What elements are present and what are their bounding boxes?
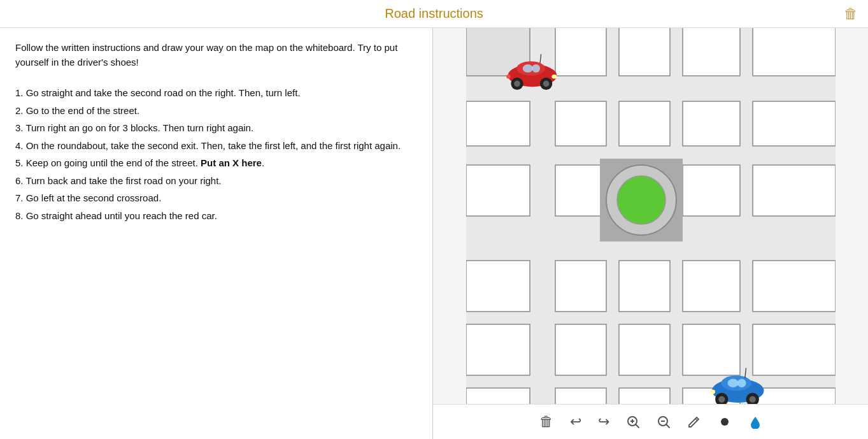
svg-rect-21 — [683, 261, 740, 312]
svg-rect-19 — [555, 261, 606, 312]
instructions-list: 1. Go straight and take the second road … — [15, 85, 417, 224]
svg-rect-22 — [753, 261, 836, 312]
svg-point-36 — [522, 64, 532, 73]
svg-rect-30 — [619, 388, 670, 404]
svg-line-60 — [666, 425, 669, 428]
svg-rect-2 — [555, 28, 606, 76]
svg-rect-12 — [555, 165, 606, 216]
svg-rect-29 — [555, 388, 606, 404]
list-item: 3. Turn right an go on for 3 blocks. The… — [15, 120, 417, 136]
svg-rect-6 — [466, 101, 530, 146]
svg-rect-11 — [466, 165, 530, 216]
svg-rect-9 — [683, 101, 740, 146]
list-item: 4. On the roundabout, take the second ex… — [15, 138, 417, 154]
svg-point-41 — [543, 81, 549, 87]
svg-rect-4 — [683, 28, 740, 76]
svg-rect-7 — [555, 101, 606, 146]
svg-rect-27 — [753, 324, 836, 375]
svg-rect-18 — [466, 261, 530, 312]
svg-point-42 — [551, 75, 557, 78]
map-panel: 🗑 ↩ ↪ — [433, 28, 868, 439]
list-item: 5. Keep on going until the end of the st… — [15, 155, 417, 171]
svg-point-48 — [737, 379, 746, 388]
page-title: Road instructions — [385, 6, 483, 21]
bold-instruction: Put an X here — [201, 157, 262, 168]
svg-point-43 — [506, 75, 510, 78]
list-item: 2. Go to the end of the street. — [15, 103, 417, 119]
svg-rect-24 — [555, 324, 606, 375]
svg-rect-13 — [683, 165, 740, 216]
drop-button[interactable] — [746, 412, 765, 431]
svg-rect-10 — [753, 101, 836, 146]
svg-rect-25 — [619, 324, 670, 375]
header: Road instructions 🗑 — [0, 0, 868, 28]
svg-rect-14 — [753, 165, 836, 216]
svg-rect-8 — [619, 101, 670, 146]
list-item: 6. Turn back and take the first road on … — [15, 173, 417, 189]
svg-line-56 — [636, 425, 639, 428]
svg-point-50 — [718, 396, 725, 403]
redo-button[interactable]: ↪ — [595, 411, 612, 433]
svg-line-62 — [695, 419, 697, 421]
svg-point-47 — [727, 379, 738, 388]
svg-rect-3 — [619, 28, 670, 76]
trash-button[interactable]: 🗑 — [537, 411, 556, 433]
instructions-panel: Follow the written instructions and draw… — [0, 28, 433, 439]
list-item: 7. Go left at the second crossroad. — [15, 190, 417, 206]
svg-point-63 — [721, 418, 729, 426]
zoom-out-button[interactable] — [654, 412, 673, 431]
svg-point-39 — [514, 81, 520, 87]
svg-point-17 — [617, 176, 665, 224]
svg-rect-23 — [466, 324, 530, 375]
map-area[interactable] — [433, 28, 868, 404]
zoom-in-button[interactable] — [623, 412, 643, 431]
svg-rect-32 — [753, 388, 836, 404]
undo-button[interactable]: ↩ — [567, 411, 584, 433]
intro-text: Follow the written instructions and draw… — [15, 41, 417, 69]
road-map[interactable] — [466, 28, 836, 404]
svg-point-52 — [749, 396, 755, 403]
pencil-button[interactable] — [685, 412, 704, 431]
svg-point-53 — [709, 390, 715, 394]
svg-point-37 — [532, 64, 540, 73]
list-item: 8. Go straight ahead until you reach the… — [15, 208, 417, 224]
dot-button[interactable] — [715, 412, 734, 431]
list-item: 1. Go straight and take the second road … — [15, 85, 417, 101]
map-toolbar: 🗑 ↩ ↪ — [433, 404, 868, 439]
main-content: Follow the written instructions and draw… — [0, 28, 868, 439]
header-trash-icon[interactable]: 🗑 — [844, 6, 858, 22]
svg-rect-5 — [753, 28, 836, 76]
svg-rect-26 — [683, 324, 740, 375]
svg-rect-20 — [619, 261, 670, 312]
svg-rect-28 — [466, 388, 530, 404]
